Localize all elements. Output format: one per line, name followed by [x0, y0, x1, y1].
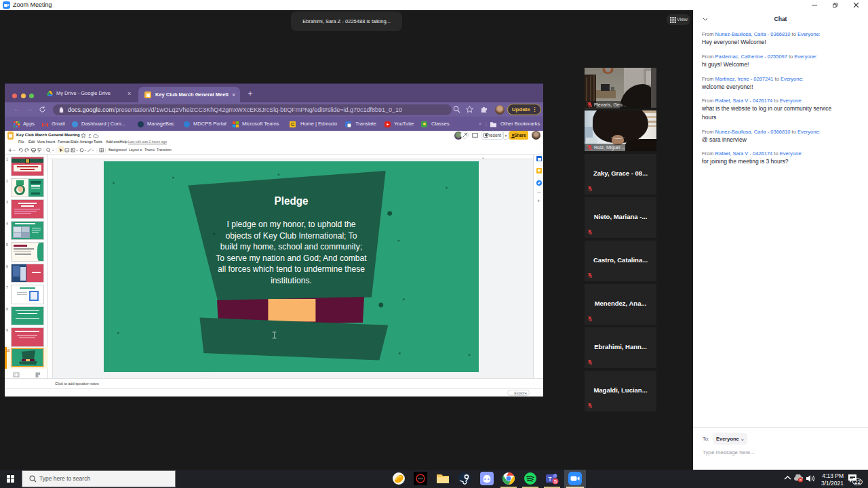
svg-text:22: 22	[854, 479, 861, 485]
svg-text:T: T	[548, 476, 552, 483]
svg-text:5: 5	[554, 479, 557, 485]
